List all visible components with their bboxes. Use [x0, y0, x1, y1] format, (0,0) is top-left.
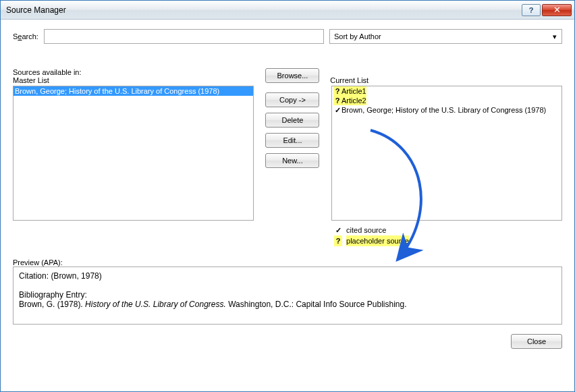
list-item[interactable]: ✓ Brown, George; History of the U.S. Lib… [332, 105, 562, 115]
preview-box: Citation: (Brown, 1978) Bibliography Ent… [13, 267, 562, 325]
copy-button[interactable]: Copy -> [265, 92, 319, 107]
delete-button[interactable]: Delete [265, 113, 319, 128]
cited-source-label: cited source [346, 225, 386, 235]
search-input[interactable] [44, 29, 324, 44]
titlebar: Source Manager ? ✕ [1, 1, 574, 20]
window-title: Source Manager [6, 5, 522, 15]
search-row: Search: Sort by Author ▾ [13, 29, 562, 44]
list-item[interactable]: Brown, George; History of the U.S. Libra… [13, 86, 253, 96]
master-list[interactable]: Brown, George; History of the U.S. Libra… [13, 86, 254, 221]
close-button[interactable]: Close [511, 334, 562, 349]
check-icon: ✓ [334, 225, 342, 235]
dialog-content: Search: Sort by Author ▾ Sources availab… [1, 20, 574, 391]
master-list-label: Master List [13, 76, 255, 84]
question-icon: ? [334, 235, 342, 246]
question-icon: ? [333, 86, 341, 96]
edit-button[interactable]: Edit... [265, 133, 319, 148]
preview-citation: Citation: (Brown, 1978) [19, 271, 556, 281]
current-list[interactable]: ? Article1? Article2✓ Brown, George; His… [331, 86, 562, 221]
dropdown-arrow-icon: ▾ [549, 31, 560, 42]
placeholder-source-label: placeholder source [346, 235, 409, 246]
sort-dropdown[interactable]: Sort by Author ▾ [329, 29, 562, 44]
sort-selected: Sort by Author [334, 32, 381, 40]
help-button[interactable]: ? [522, 4, 541, 16]
new-button[interactable]: New... [265, 153, 319, 168]
close-window-button[interactable]: ✕ [542, 4, 572, 16]
current-list-label: Current List [330, 76, 562, 84]
check-icon: ✓ [333, 105, 341, 115]
question-icon: ? [333, 96, 341, 105]
legend: ✓ cited source ? placeholder source [331, 225, 562, 246]
search-label: Search: [13, 32, 38, 40]
source-manager-dialog: Source Manager ? ✕ Search: Sort by Autho… [0, 0, 575, 392]
preview-bib-entry: Brown, G. (1978). History of the U.S. Li… [19, 300, 556, 309]
window-controls: ? ✕ [522, 4, 572, 16]
list-item[interactable]: ? Article2 [332, 96, 562, 105]
preview-bib-label: Bibliography Entry: [19, 290, 556, 300]
browse-button[interactable]: Browse... [265, 68, 319, 83]
preview-label: Preview (APA): [13, 258, 562, 267]
master-list-column: Sources available in: Master List [13, 68, 255, 85]
sources-available-label: Sources available in: [13, 68, 255, 76]
list-item[interactable]: ? Article1 [332, 86, 562, 96]
